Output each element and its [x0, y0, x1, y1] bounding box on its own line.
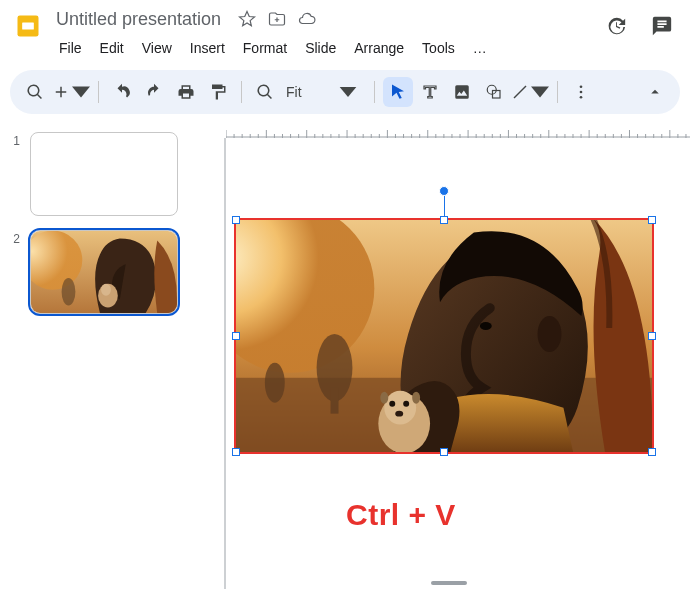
svg-rect-72	[210, 138, 226, 589]
collapse-toolbar-button[interactable]	[640, 77, 670, 107]
toolbar: Fit	[10, 70, 680, 114]
toolbar-divider	[98, 81, 99, 103]
thumb-number: 2	[6, 230, 20, 314]
rotate-connector	[444, 194, 445, 216]
toolbar-divider	[374, 81, 375, 103]
resize-handle-br[interactable]	[648, 448, 656, 456]
menu-more[interactable]: …	[464, 36, 496, 60]
resize-handle-tm[interactable]	[440, 216, 448, 224]
zoom-label: Fit	[286, 84, 302, 100]
resize-handle-tr[interactable]	[648, 216, 656, 224]
svg-point-11	[101, 284, 111, 296]
resize-handle-tl[interactable]	[232, 216, 240, 224]
ruler-vertical[interactable]	[210, 138, 226, 589]
selection-box[interactable]	[234, 218, 654, 454]
menu-edit[interactable]: Edit	[91, 36, 133, 60]
more-options-button[interactable]	[566, 77, 596, 107]
doc-title[interactable]: Untitled presentation	[50, 7, 227, 32]
comments-icon[interactable]	[648, 12, 676, 40]
select-tool-button[interactable]	[383, 77, 413, 107]
slide-thumbnail[interactable]: 1	[6, 132, 192, 216]
menu-arrange[interactable]: Arrange	[345, 36, 413, 60]
move-icon[interactable]	[267, 9, 287, 29]
toolbar-divider	[241, 81, 242, 103]
zoom-dropdown[interactable]: Fit	[282, 84, 366, 100]
ruler-horizontal[interactable]	[226, 122, 690, 138]
editor-area: Ctrl + V	[198, 122, 690, 589]
menu-slide[interactable]: Slide	[296, 36, 345, 60]
undo-button[interactable]	[107, 77, 137, 107]
thumb-image	[31, 231, 177, 313]
svg-rect-12	[226, 122, 690, 138]
annotation-shortcut-label: Ctrl + V	[346, 498, 456, 532]
resize-handle-mr[interactable]	[648, 332, 656, 340]
shape-button[interactable]	[479, 77, 509, 107]
svg-point-2	[487, 85, 496, 94]
rotate-handle[interactable]	[439, 186, 449, 196]
zoom-button[interactable]	[250, 77, 280, 107]
resize-handle-bm[interactable]	[440, 448, 448, 456]
menu-bar: File Edit View Insert Format Slide Arran…	[50, 34, 602, 62]
insert-image-button[interactable]	[447, 77, 477, 107]
app-logo[interactable]	[8, 6, 48, 46]
new-slide-button[interactable]	[52, 77, 90, 107]
svg-point-9	[62, 278, 76, 306]
paint-format-button[interactable]	[203, 77, 233, 107]
speaker-notes-drag-handle[interactable]	[431, 581, 467, 585]
svg-rect-1	[22, 23, 34, 30]
search-menus-button[interactable]	[20, 77, 50, 107]
print-button[interactable]	[171, 77, 201, 107]
menu-tools[interactable]: Tools	[413, 36, 464, 60]
redo-button[interactable]	[139, 77, 169, 107]
menu-view[interactable]: View	[133, 36, 181, 60]
menu-file[interactable]: File	[50, 36, 91, 60]
slide-panel: 1 2	[0, 122, 198, 589]
line-button[interactable]	[511, 77, 549, 107]
toolbar-divider	[557, 81, 558, 103]
thumb-number: 1	[6, 132, 20, 216]
svg-point-4	[579, 85, 582, 88]
canvas[interactable]: Ctrl + V	[226, 138, 682, 589]
menu-format[interactable]: Format	[234, 36, 296, 60]
slide-thumbnail[interactable]: 2	[6, 230, 192, 314]
text-box-button[interactable]	[415, 77, 445, 107]
resize-handle-bl[interactable]	[232, 448, 240, 456]
resize-handle-ml[interactable]	[232, 332, 240, 340]
svg-point-5	[579, 91, 582, 94]
cloud-status-icon[interactable]	[297, 9, 317, 29]
history-icon[interactable]	[602, 12, 630, 40]
menu-insert[interactable]: Insert	[181, 36, 234, 60]
svg-point-6	[579, 96, 582, 99]
star-icon[interactable]	[237, 9, 257, 29]
